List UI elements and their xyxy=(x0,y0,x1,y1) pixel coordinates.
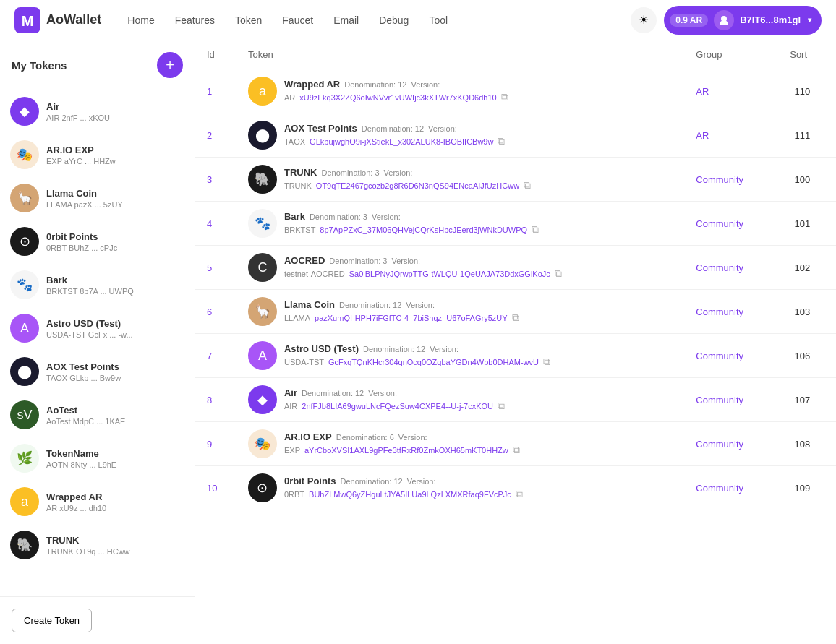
token-details: 0rbit Points Denomination: 12 Version: 0… xyxy=(284,476,523,500)
token-ticker: EXP xyxy=(284,446,300,455)
token-name: Air xyxy=(284,387,297,398)
token-details: Bark Denomination: 3 Version: BRKTST 8p7… xyxy=(284,211,539,236)
sidebar-item[interactable]: ⊙ 0rbit Points 0RBT BUhZ ... cPJc xyxy=(0,220,195,263)
nav-features[interactable]: Features xyxy=(166,10,223,30)
nav-debug[interactable]: Debug xyxy=(370,10,417,30)
token-version: Version: xyxy=(407,477,436,486)
token-name: TRUNK xyxy=(284,167,317,178)
token-name: Llama Coin xyxy=(284,299,335,310)
nav-bar: Home Features Token Faucet Email Debug T… xyxy=(119,10,613,30)
token-sub: LLAMA pazX ... 5zUY xyxy=(46,200,123,209)
token-version: Version: xyxy=(398,433,427,442)
copy-icon[interactable]: ⧉ xyxy=(532,223,539,236)
token-address-link[interactable]: xU9zFkq3X2ZQ6oIwNVvr1vUWIjc3kXTWr7xKQD6d… xyxy=(299,93,496,102)
token-sub: AOTN 8Nty ... L9hE xyxy=(46,460,116,469)
copy-icon[interactable]: ⧉ xyxy=(498,135,505,147)
token-cell-inner: 🐾 Bark Denomination: 3 Version: BRKTST 8… xyxy=(248,209,673,238)
sidebar-item[interactable]: 🐘 TRUNK TRUNK OT9q ... HCww xyxy=(0,523,195,567)
navbar: M AoWallet Home Features Token Faucet Em… xyxy=(0,0,836,40)
token-version: Version: xyxy=(428,124,457,133)
token-address-link[interactable]: OT9qTE2467gcozb2g8R6D6N3nQS94ENcaAIJfUzH… xyxy=(316,181,519,190)
sidebar-item[interactable]: 🎭 AR.IO EXP EXP aYrC ... HHZw xyxy=(0,133,195,176)
token-address-link[interactable]: 8p7ApPZxC_37M06QHVejCQrKsHbcJEerd3jWNkDU… xyxy=(320,226,527,234)
create-token-label: Create Token xyxy=(24,615,80,626)
sort-value: 101 xyxy=(778,207,822,241)
token-sub: EXP aYrC ... HHZw xyxy=(46,157,116,166)
row-id: 3 xyxy=(195,158,236,202)
sidebar-item[interactable]: 🌿 TokenName AOTN 8Nty ... L9hE xyxy=(0,437,195,480)
token-address-link[interactable]: 2nfFJb8LIA69gwuLNcFQezSuw4CXPE4--U-j-7cx… xyxy=(302,402,493,411)
token-cell: A Astro USD (Test) Denomination: 12 Vers… xyxy=(236,334,684,378)
nav-token[interactable]: Token xyxy=(226,10,270,30)
add-token-button[interactable]: + xyxy=(157,52,183,78)
token-denom: Denomination: 3 xyxy=(329,257,387,265)
token-address-link[interactable]: aYrCboXVSI1AXL9gPFe3tfRxRf0ZmkOXH65mKT0H… xyxy=(304,446,508,455)
create-token-button[interactable]: Create Token xyxy=(12,609,92,632)
group-label: Community xyxy=(684,339,755,373)
col-token: Token xyxy=(236,40,684,69)
sidebar-item[interactable]: a Wrapped AR AR xU9z ... dh10 xyxy=(0,480,195,523)
token-cell-inner: A Astro USD (Test) Denomination: 12 Vers… xyxy=(248,341,673,370)
sort-cell: 109 xyxy=(778,466,836,510)
copy-icon[interactable]: ⧉ xyxy=(513,444,520,456)
theme-toggle[interactable]: ☀ xyxy=(631,7,657,33)
token-name-row: Astro USD (Test) Denomination: 12 Versio… xyxy=(284,343,550,354)
sidebar-item[interactable]: 🦙 Llama Coin LLAMA pazX ... 5zUY xyxy=(0,176,195,220)
nav-tool[interactable]: Tool xyxy=(420,10,456,30)
row-id: 1 xyxy=(195,69,236,113)
token-address-link[interactable]: Sa0iBLPNyJQrwpTTG-tWLQU-1QeUAJA73DdxGGiK… xyxy=(349,270,550,278)
token-info: Astro USD (Test) USDA-TST GcFx ... -w... xyxy=(46,318,133,339)
token-name: TRUNK xyxy=(46,535,130,546)
group-label: Community xyxy=(684,251,755,285)
table-row: 7 A Astro USD (Test) Denomination: 12 Ve… xyxy=(195,334,836,378)
nav-home[interactable]: Home xyxy=(119,10,163,30)
row-number: 2 xyxy=(195,119,224,153)
token-details: Llama Coin Denomination: 12 Version: LLA… xyxy=(284,299,519,324)
group-cell: Community xyxy=(684,334,778,378)
token-version: Version: xyxy=(372,212,401,221)
token-sub: 0RBT BUhZ ... cPJc xyxy=(46,244,117,252)
token-address-link[interactable]: GcFxqTQnKHcr304qnOcq0OZqbaYGDn4Wbb0DHAM-… xyxy=(328,358,539,366)
token-address-row: BRKTST 8p7ApPZxC_37M06QHVejCQrKsHbcJEerd… xyxy=(284,223,539,236)
token-name-row: Air Denomination: 12 Version: xyxy=(284,387,505,398)
table-row: 1 a Wrapped AR Denomination: 12 Version:… xyxy=(195,69,836,113)
sidebar-item[interactable]: ⬤ AOX Test Points TAOX GLkb ... Bw9w xyxy=(0,350,195,393)
logo-text: AoWallet xyxy=(46,12,101,27)
sidebar-item[interactable]: sV AoTest AoTest MdpC ... 1KAE xyxy=(0,393,195,437)
token-sub: TAOX GLkb ... Bw9w xyxy=(46,374,121,382)
copy-icon[interactable]: ⧉ xyxy=(555,267,562,280)
token-avatar: 🌿 xyxy=(10,444,39,473)
table-row: 8 ◆ Air Denomination: 12 Version: AIR 2n… xyxy=(195,378,836,422)
col-id: Id xyxy=(195,40,236,69)
sidebar-item[interactable]: ◆ Air AIR 2nfF ... xKOU xyxy=(0,90,195,133)
copy-icon[interactable]: ⧉ xyxy=(524,179,531,192)
row-number: 3 xyxy=(195,163,224,197)
token-name: AOX Test Points xyxy=(46,361,121,372)
token-avatar: ◆ xyxy=(10,97,39,126)
wallet-button[interactable]: 0.9 AR B7IT6...8m1gI ▾ xyxy=(664,6,822,35)
sidebar-item[interactable]: A Astro USD (Test) USDA-TST GcFx ... -w.… xyxy=(0,306,195,350)
copy-icon[interactable]: ⧉ xyxy=(512,312,519,324)
copy-icon[interactable]: ⧉ xyxy=(516,488,523,500)
token-cell: 🐾 Bark Denomination: 3 Version: BRKTST 8… xyxy=(236,202,684,246)
token-address-link[interactable]: BUhZLMwQ6yZHguLtJYA5ILUa9LQzLXMXRfaq9FVc… xyxy=(309,490,511,499)
group-label: Community xyxy=(684,427,755,461)
token-details: AOCRED Denomination: 3 Version: testnet-… xyxy=(284,255,562,280)
row-avatar: 🐘 xyxy=(248,165,277,194)
copy-icon[interactable]: ⧉ xyxy=(498,400,505,412)
sort-value: 107 xyxy=(778,383,822,417)
nav-email[interactable]: Email xyxy=(325,10,367,30)
token-cell: a Wrapped AR Denomination: 12 Version: A… xyxy=(236,69,684,113)
token-address-link[interactable]: pazXumQI-HPH7iFGfTC-4_7biSnqz_U67oFAGry5… xyxy=(315,314,508,322)
token-ticker: USDA-TST xyxy=(284,358,324,366)
sort-cell: 107 xyxy=(778,378,836,422)
token-name-row: AR.IO EXP Denomination: 6 Version: xyxy=(284,432,520,442)
token-name-row: 0rbit Points Denomination: 12 Version: xyxy=(284,476,523,486)
nav-faucet[interactable]: Faucet xyxy=(273,10,322,30)
row-id: 5 xyxy=(195,246,236,290)
token-address-link[interactable]: GLkbujwghO9i-jXStiekL_x302ALUK8-IBOBIICB… xyxy=(310,137,493,146)
copy-icon[interactable]: ⧉ xyxy=(501,91,508,103)
token-name: AR.IO EXP xyxy=(46,145,116,155)
sidebar-item[interactable]: 🐾 Bark BRKTST 8p7A ... UWPQ xyxy=(0,263,195,306)
copy-icon[interactable]: ⧉ xyxy=(543,356,550,368)
